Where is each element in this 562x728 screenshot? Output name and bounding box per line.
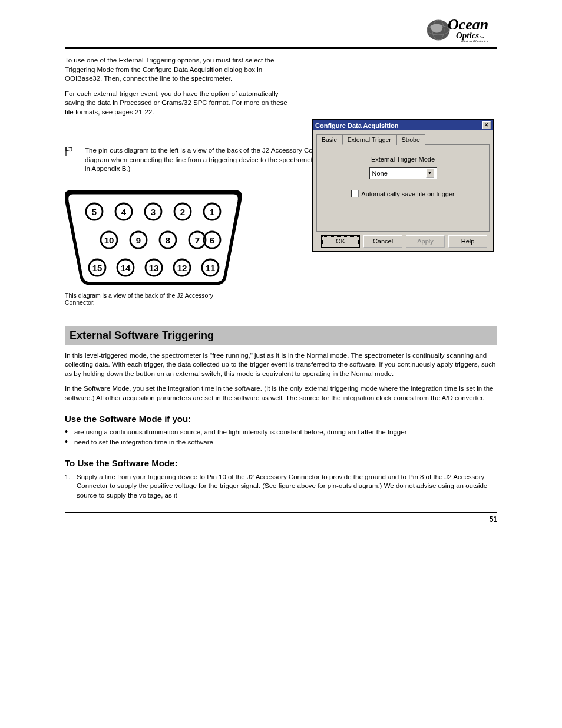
footer-rule [65, 512, 497, 513]
page-number: 51 [65, 515, 497, 523]
j2-connector-final: 54321 109876 1514131211 [65, 188, 242, 288]
svg-text:2: 2 [180, 206, 185, 216]
to-use-heading: To Use the Software Mode: [65, 457, 497, 469]
tab-external-trigger[interactable]: External Trigger [342, 134, 396, 145]
use-if-item: are using a continuous illumination sour… [74, 427, 406, 437]
help-button[interactable]: Help [448, 235, 487, 248]
svg-text:4: 4 [121, 206, 127, 216]
svg-text:5: 5 [92, 206, 97, 216]
svg-text:3: 3 [151, 206, 156, 216]
auto-save-label: Automatically save file on trigger [361, 190, 454, 197]
ok-button[interactable]: OK [321, 235, 360, 248]
svg-text:11: 11 [206, 262, 216, 272]
svg-text:14: 14 [121, 262, 131, 272]
apply-button[interactable]: Apply [406, 235, 445, 248]
svg-text:6: 6 [210, 235, 214, 245]
dialog-title: Configure Data Acquisition [315, 122, 398, 129]
diamond-bullet-icon: ♦ [65, 427, 74, 436]
tab-strobe[interactable]: Strobe [396, 134, 425, 145]
step-1-text: Supply a line from your triggering devic… [77, 473, 497, 500]
flag-icon [65, 146, 74, 157]
external-trigger-mode-label: External Trigger Mode [317, 156, 489, 163]
logo-tagline: First In Photonics [448, 39, 488, 43]
diagram-caption: This diagram is a view of the back of th… [65, 292, 242, 306]
brand-logo: Ocean OpticsInc. First In Photonics [427, 15, 496, 45]
logo-text-inc: Inc. [479, 35, 485, 39]
use-if-item: need to set the integration time in the … [74, 437, 213, 447]
intro-paragraph-1: To use one of the External Triggering op… [65, 56, 297, 84]
section-heading: External Software Triggering [65, 326, 497, 345]
use-if-list: ♦are using a continuous illumination sou… [65, 427, 497, 446]
svg-text:8: 8 [166, 235, 170, 245]
svg-text:13: 13 [149, 262, 159, 272]
svg-text:10: 10 [104, 235, 114, 245]
svg-text:12: 12 [177, 262, 187, 272]
auto-save-checkbox[interactable] [351, 190, 359, 197]
logo-text-optics: Optics [456, 31, 479, 40]
svg-text:9: 9 [136, 235, 141, 245]
svg-text:7: 7 [195, 235, 200, 245]
close-icon[interactable]: ✕ [482, 121, 491, 129]
select-value: None [372, 170, 388, 177]
svg-text:15: 15 [92, 262, 103, 272]
section-paragraph-1: In this level-triggered mode, the spectr… [65, 351, 497, 379]
cancel-button[interactable]: Cancel [363, 235, 402, 248]
header-rule [65, 47, 497, 49]
svg-text:1: 1 [210, 206, 214, 216]
external-trigger-mode-select[interactable]: None ▼ [369, 167, 437, 179]
step-number: 1. [65, 473, 77, 500]
section-paragraph-2: In the Software Mode, you set the integr… [65, 384, 497, 403]
chevron-down-icon[interactable]: ▼ [426, 169, 434, 178]
globe-icon [427, 18, 450, 42]
diamond-bullet-icon: ♦ [65, 437, 74, 446]
tab-basic[interactable]: Basic [316, 134, 342, 145]
intro-paragraph-2: For each external trigger event, you do … [65, 90, 297, 117]
configure-dialog: Configure Data Acquisition ✕ Basic Exter… [312, 119, 494, 252]
use-if-heading: Use the Software Mode if you: [65, 413, 497, 425]
